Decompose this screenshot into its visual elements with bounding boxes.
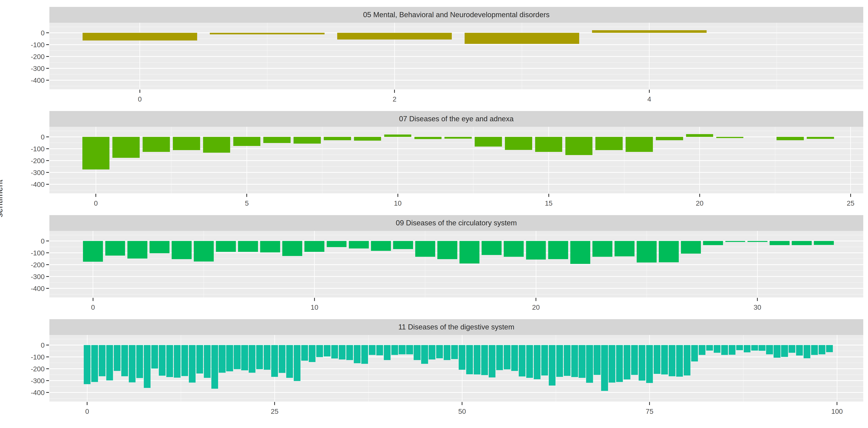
gridline-minor <box>50 282 863 283</box>
bar <box>143 137 170 152</box>
bar <box>714 345 720 353</box>
y-tick <box>46 148 49 149</box>
bar <box>391 345 398 355</box>
bar <box>535 137 562 152</box>
bar <box>646 345 653 383</box>
gridline-minor <box>624 127 624 193</box>
plot-area <box>50 127 863 193</box>
y-tick <box>46 172 49 173</box>
bar <box>792 241 812 245</box>
bar <box>327 241 347 247</box>
x-tick <box>246 194 247 197</box>
bar <box>444 137 472 139</box>
bar <box>661 345 668 374</box>
x-tick <box>535 298 536 301</box>
y-tick <box>46 56 49 57</box>
bar <box>361 345 368 364</box>
x-tick-label: 4 <box>629 96 669 102</box>
bar <box>703 241 723 245</box>
y-tick <box>46 44 49 45</box>
bar <box>482 241 501 255</box>
bar <box>656 137 683 140</box>
y-tick <box>46 136 49 137</box>
bar <box>172 241 192 259</box>
y-tick <box>46 368 49 369</box>
bar <box>594 345 600 375</box>
x-tick <box>95 194 96 197</box>
plot-area <box>50 335 863 401</box>
y-tick <box>46 276 49 277</box>
strip-title: 05 Mental, Behavioral and Neurodevelopme… <box>363 11 550 19</box>
bar <box>504 345 510 369</box>
bar <box>144 345 151 388</box>
facet-panel-09: 09 Diseases of the circulatory system 0-… <box>0 215 868 314</box>
bar <box>796 345 803 356</box>
bar <box>436 345 443 358</box>
bar <box>526 345 533 378</box>
gridline-major <box>50 44 863 45</box>
y-tick-label: -300 <box>13 169 44 176</box>
bar <box>106 345 113 380</box>
bar <box>639 345 645 380</box>
y-tick <box>46 345 49 345</box>
bar <box>173 137 200 150</box>
bar <box>114 345 121 371</box>
bar <box>751 345 758 350</box>
bar <box>181 345 188 376</box>
bar <box>811 345 818 355</box>
bar <box>654 345 660 374</box>
bar <box>626 137 653 152</box>
y-tick-label: -400 <box>13 77 44 84</box>
bar <box>444 345 451 360</box>
bar <box>136 345 143 378</box>
y-tick-label: 0 <box>13 238 44 245</box>
bar <box>226 345 233 371</box>
y-tick-label: -300 <box>13 65 44 72</box>
bar <box>294 345 301 381</box>
gridline-minor <box>50 86 863 86</box>
bar <box>747 241 768 242</box>
gridline-minor <box>556 335 556 401</box>
x-tick-label: 15 <box>529 200 568 207</box>
bar <box>475 137 502 147</box>
bar <box>121 345 128 376</box>
bar <box>105 241 125 255</box>
x-tick <box>398 194 398 197</box>
bar <box>579 345 585 378</box>
bar <box>324 137 351 140</box>
bar <box>241 345 248 370</box>
bar <box>609 345 615 383</box>
gridline-minor <box>50 270 863 271</box>
y-tick-label: -400 <box>13 389 44 396</box>
bar <box>233 137 260 146</box>
x-tick-label: 0 <box>67 408 107 415</box>
gridline-major <box>50 392 863 393</box>
y-tick <box>46 264 49 265</box>
gridline-major <box>50 264 863 265</box>
bar <box>777 137 804 140</box>
y-tick-label: -300 <box>13 273 44 280</box>
bar <box>399 345 405 354</box>
y-tick-label: -200 <box>13 157 44 164</box>
bar <box>211 345 218 389</box>
bar <box>376 345 383 355</box>
y-tick <box>46 288 49 289</box>
bar <box>686 134 713 137</box>
strip-title: 09 Diseases of the circulatory system <box>396 219 517 227</box>
bar <box>766 345 773 354</box>
y-tick-label: -400 <box>13 181 44 188</box>
bar <box>615 241 634 256</box>
bar <box>82 137 110 170</box>
bar <box>260 241 280 252</box>
bar <box>349 241 369 248</box>
bar <box>459 345 465 370</box>
gridline-minor <box>50 235 863 235</box>
bar <box>210 33 324 34</box>
faceted-bar-chart: sentiment 05 Mental, Behavioral and Neur… <box>0 0 868 428</box>
bar <box>565 137 593 155</box>
bar <box>249 345 255 373</box>
bar <box>826 345 833 352</box>
bar <box>519 345 525 376</box>
y-tick-label: -100 <box>13 354 44 361</box>
facet-strip: 05 Mental, Behavioral and Neurodevelopme… <box>50 7 863 23</box>
